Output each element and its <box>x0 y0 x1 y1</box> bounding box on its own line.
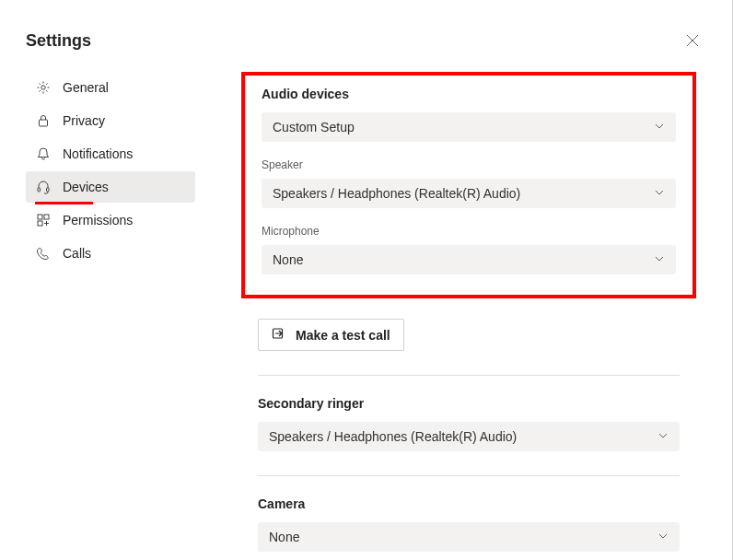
sidebar-item-label: Privacy <box>63 113 105 128</box>
test-call-icon <box>272 326 286 344</box>
svg-rect-2 <box>38 188 41 192</box>
main-content: Audio devices Custom Setup Speaker Speak… <box>195 72 733 552</box>
audio-devices-highlight: Audio devices Custom Setup Speaker Speak… <box>241 72 696 298</box>
chevron-down-icon <box>657 429 669 444</box>
speaker-dropdown[interactable]: Speakers / Headphones (Realtek(R) Audio) <box>262 179 676 208</box>
sidebar-item-privacy[interactable]: Privacy <box>26 105 195 136</box>
headset-icon <box>35 179 52 195</box>
chevron-down-icon <box>654 120 665 134</box>
sidebar-item-label: General <box>63 80 109 95</box>
sidebar-item-label: Notifications <box>63 146 133 161</box>
audio-device-dropdown[interactable]: Custom Setup <box>262 112 676 142</box>
microphone-label: Microphone <box>262 225 676 238</box>
phone-icon <box>35 245 52 262</box>
svg-rect-5 <box>44 215 49 219</box>
gear-icon <box>35 79 52 96</box>
secondary-ringer-title: Secondary ringer <box>258 396 680 411</box>
camera-dropdown[interactable]: None <box>258 522 680 552</box>
svg-rect-4 <box>38 215 42 219</box>
secondary-ringer-dropdown[interactable]: Speakers / Headphones (Realtek(R) Audio) <box>258 422 680 451</box>
microphone-dropdown[interactable]: None <box>262 245 676 274</box>
sidebar-item-calls[interactable]: Calls <box>26 238 195 269</box>
camera-title: Camera <box>258 496 680 511</box>
dropdown-value: None <box>269 530 299 544</box>
close-icon <box>686 34 699 47</box>
close-button[interactable] <box>678 26 707 55</box>
sidebar-item-label: Devices <box>63 180 109 194</box>
dropdown-value: Custom Setup <box>273 120 355 134</box>
sidebar-item-general[interactable]: General <box>26 72 195 103</box>
svg-rect-6 <box>38 221 42 226</box>
make-test-call-button[interactable]: Make a test call <box>258 319 404 351</box>
sidebar-item-devices[interactable]: Devices <box>26 171 195 203</box>
sidebar-item-label: Calls <box>63 246 91 261</box>
lock-icon <box>35 112 52 129</box>
chevron-down-icon <box>654 186 665 201</box>
bell-icon <box>35 146 52 162</box>
svg-rect-1 <box>40 120 48 126</box>
divider <box>258 375 680 376</box>
dropdown-value: None <box>273 252 303 267</box>
speaker-label: Speaker <box>262 158 676 171</box>
apps-icon <box>35 212 52 228</box>
sidebar-item-label: Permissions <box>63 213 133 228</box>
dropdown-value: Speakers / Headphones (Realtek(R) Audio) <box>269 429 517 444</box>
sidebar-item-notifications[interactable]: Notifications <box>26 138 195 169</box>
divider <box>258 475 680 476</box>
chevron-down-icon <box>657 530 669 544</box>
svg-point-0 <box>41 86 45 89</box>
dropdown-value: Speakers / Headphones (Realtek(R) Audio) <box>273 186 520 201</box>
sidebar: General Privacy Notifications <box>26 72 195 552</box>
test-call-label: Make a test call <box>296 328 390 343</box>
audio-devices-title: Audio devices <box>262 87 676 101</box>
page-title: Settings <box>26 31 91 51</box>
svg-rect-3 <box>47 188 50 192</box>
chevron-down-icon <box>654 252 665 267</box>
sidebar-item-permissions[interactable]: Permissions <box>26 204 195 236</box>
